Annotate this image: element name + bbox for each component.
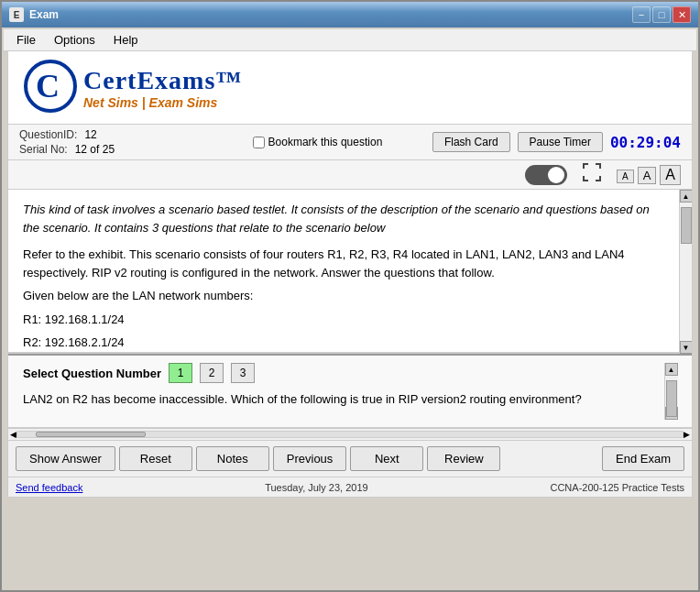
select-question-label: Select Question Number: [23, 367, 161, 380]
toggle-knob: [548, 167, 564, 183]
font-large-button[interactable]: A: [660, 165, 681, 185]
status-product: CCNA-200-125 Practice Tests: [550, 482, 684, 493]
toolbar-row2: A A A: [7, 160, 693, 190]
h-scroll-left[interactable]: ◀: [10, 430, 16, 439]
close-button[interactable]: ✕: [673, 6, 691, 23]
question-number-1-button[interactable]: 1: [169, 363, 192, 383]
question-id-label: QuestionID:: [19, 128, 77, 141]
fullscreen-icon[interactable]: [582, 162, 602, 187]
status-date: Tuesday, July 23, 2019: [82, 482, 550, 493]
question-text-area: This kind of task involves a scenario ba…: [8, 190, 679, 354]
menu-bar: File Options Help: [4, 29, 696, 51]
menu-options[interactable]: Options: [45, 31, 104, 49]
bookmark-checkbox[interactable]: [253, 137, 265, 148]
content-vertical-scrollbar[interactable]: ▲ ▼: [679, 190, 692, 354]
notes-button[interactable]: Notes: [196, 446, 269, 471]
main-window: E Exam − □ ✕ File Options Help C: [0, 0, 700, 592]
network-1: R1: 192.168.1.1/24: [23, 311, 664, 329]
reset-button[interactable]: Reset: [119, 446, 192, 471]
menu-help[interactable]: Help: [104, 31, 148, 49]
toolbar-right: Flash Card Pause Timer 00:29:04: [432, 132, 681, 152]
scenario-scroll-track: [665, 376, 678, 407]
font-small-button[interactable]: A: [617, 170, 634, 183]
pause-timer-button[interactable]: Pause Timer: [518, 132, 603, 152]
logo-area: C CertExams™ Net Sims | Exam Sims: [7, 51, 693, 125]
bookmark-label: Bookmark this question: [268, 136, 383, 148]
title-bar-buttons: − □ ✕: [632, 6, 691, 23]
scenario-vertical-scrollbar[interactable]: ▲ ▼: [664, 363, 677, 420]
logo-text: CertExams™ Net Sims | Exam Sims: [83, 66, 242, 110]
body-text-1: Refer to the exhibit. This scenario cons…: [23, 246, 664, 281]
question-info-bar: QuestionID: 12 Serial No: 12 of 25 Bookm…: [7, 125, 693, 160]
network-2: R2: 192.168.2.1/24: [23, 334, 664, 352]
logo-main: CertExams™: [83, 66, 242, 95]
scroll-thumb: [681, 207, 692, 244]
previous-button[interactable]: Previous: [273, 446, 347, 471]
timer-display: 00:29:04: [610, 134, 681, 151]
main-content: This kind of task involves a scenario ba…: [7, 190, 693, 428]
next-button[interactable]: Next: [350, 446, 423, 471]
maximize-button[interactable]: □: [652, 6, 671, 23]
scenario-scroll-up[interactable]: ▲: [665, 363, 678, 376]
minimize-button[interactable]: −: [632, 6, 651, 23]
scenario-question-text: LAN2 on R2 has become inaccessible. Whic…: [23, 390, 664, 409]
show-answer-button[interactable]: Show Answer: [16, 446, 115, 471]
question-id-row: QuestionID: 12: [19, 128, 202, 141]
scenario-scroll-thumb: [666, 380, 677, 417]
bottom-buttons: Show Answer Reset Notes Previous Next Re…: [7, 441, 693, 477]
logo-icon: C: [23, 59, 78, 114]
h-scroll-right[interactable]: ▶: [684, 430, 690, 439]
horizontal-scrollbar[interactable]: ◀ ▶: [7, 428, 693, 441]
h-scroll-thumb: [36, 432, 146, 437]
scenario-section: Select Question Number 1 2 3 LAN2 on R2 …: [8, 354, 692, 427]
review-button[interactable]: Review: [427, 446, 500, 471]
svg-text:C: C: [36, 68, 60, 104]
logo-sub: Net Sims | Exam Sims: [83, 95, 242, 110]
question-number-3-button[interactable]: 3: [231, 363, 255, 383]
serial-no-row: Serial No: 12 of 25: [19, 143, 202, 156]
toggle-switch[interactable]: [525, 165, 567, 185]
title-bar: E Exam − □ ✕: [2, 2, 698, 27]
end-exam-button[interactable]: End Exam: [602, 446, 684, 471]
question-id-value: 12: [84, 128, 96, 141]
question-meta: QuestionID: 12 Serial No: 12 of 25: [19, 128, 202, 156]
intro-text: This kind of task involves a scenario ba…: [23, 201, 664, 236]
window-body: File Options Help C CertExams™ Net Sims …: [4, 29, 696, 498]
font-medium-button[interactable]: A: [638, 167, 657, 184]
window-title: Exam: [29, 8, 632, 21]
flash-card-button[interactable]: Flash Card: [432, 132, 510, 152]
h-scroll-track: [16, 431, 684, 438]
scroll-down-button[interactable]: ▼: [680, 341, 693, 354]
body-text-2: Given below are the LAN network numbers:: [23, 287, 664, 305]
app-icon: E: [9, 7, 24, 22]
select-question-header: Select Question Number 1 2 3: [23, 363, 664, 383]
bookmark-area: Bookmark this question: [202, 136, 432, 148]
scroll-track: [680, 203, 693, 341]
scroll-up-button[interactable]: ▲: [680, 190, 693, 203]
menu-file[interactable]: File: [7, 31, 45, 49]
status-bar: Send feedback Tuesday, July 23, 2019 CCN…: [7, 477, 693, 498]
send-feedback-link[interactable]: Send feedback: [16, 482, 82, 493]
font-size-controls: A A A: [617, 165, 681, 185]
serial-no-label: Serial No:: [19, 143, 68, 156]
question-number-2-button[interactable]: 2: [200, 363, 224, 383]
serial-no-value: 12 of 25: [75, 143, 115, 156]
